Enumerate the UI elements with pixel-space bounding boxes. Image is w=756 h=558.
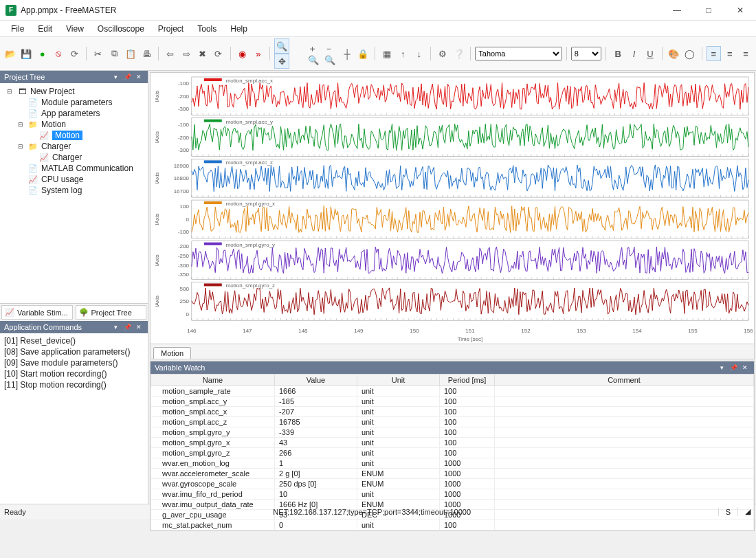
underline-icon[interactable]: U — [643, 46, 657, 61]
help-icon[interactable]: ❔ — [452, 46, 466, 61]
tree-root-item[interactable]: ⊟ 🗔 New Project — [4, 86, 145, 97]
tab-project-tree[interactable]: 🌳Project Tree — [76, 305, 147, 320]
font-size-select[interactable]: 8 — [571, 47, 602, 60]
menu-view[interactable]: View — [59, 23, 91, 35]
close-button[interactable]: ✕ — [724, 0, 756, 21]
menu-file[interactable]: File — [4, 23, 31, 35]
arrow-down-icon[interactable]: ↓ — [412, 46, 426, 61]
save-icon[interactable]: 💾 — [19, 46, 33, 61]
tree-item[interactable]: 📈CPU usage — [15, 174, 145, 185]
collapse-icon[interactable]: ⊟ — [5, 88, 14, 95]
align-center-icon[interactable]: ≡ — [722, 46, 737, 61]
app-command-item[interactable]: [08] Save application parameters() — [4, 346, 144, 357]
table-row[interactable]: motion_smpl.gyro_x43unit100 — [151, 438, 754, 448]
lock-icon[interactable]: 🔒 — [356, 46, 370, 61]
close-icon[interactable]: ✕ — [134, 322, 144, 332]
arrow-up-icon[interactable]: ↑ — [396, 46, 410, 61]
expand-icon[interactable]: ⊟ — [16, 143, 25, 150]
run-icon[interactable]: ● — [35, 46, 49, 61]
copy-icon[interactable]: ⧉ — [107, 46, 122, 61]
font-name-select[interactable]: Tahoma — [475, 47, 562, 60]
table-row[interactable]: wvar.gyroscope_scale250 dps [0]ENUM1000 — [151, 479, 754, 489]
app-command-item[interactable]: [11] Stop motion recording() — [4, 379, 144, 390]
cut-icon[interactable]: ✂ — [91, 46, 105, 61]
column-header[interactable]: Period [ms] — [440, 375, 495, 386]
cell-unit: ENUM — [357, 469, 440, 479]
tree-item[interactable]: 📈Motion — [26, 130, 145, 141]
menu-tools[interactable]: Tools — [190, 23, 223, 35]
tree-item[interactable]: 📄Module parameters — [15, 97, 145, 108]
column-header[interactable]: Unit — [357, 375, 440, 386]
nav-refresh-icon[interactable]: ⟳ — [211, 46, 225, 61]
paste-icon[interactable]: 📋 — [123, 46, 137, 61]
oscilloscope-canvas[interactable]: lAxis-100-200-300motion_smpl.acc_xlAxis-… — [151, 73, 754, 344]
nav-back-icon[interactable]: ⇦ — [163, 46, 177, 61]
scope-tab-motion[interactable]: Motion — [153, 347, 191, 359]
fill-color-icon[interactable]: ◯ — [682, 46, 697, 61]
refresh-icon[interactable]: ⟳ — [67, 46, 82, 61]
pin-icon[interactable]: 📌 — [729, 363, 738, 372]
app-command-item[interactable]: [09] Save module parameters() — [4, 357, 144, 368]
italic-icon[interactable]: I — [627, 46, 641, 61]
tree-item[interactable]: ⊟📁Motion — [15, 119, 145, 130]
tree-item[interactable]: 📈Charger — [26, 152, 145, 163]
table-row[interactable]: mc_stat.packet_num0unit100 — [151, 520, 754, 531]
close-icon[interactable]: ✕ — [134, 72, 144, 82]
tab-variable-stim[interactable]: 📈Variable Stim... — [1, 305, 73, 320]
print-icon[interactable]: 🖶 — [139, 46, 153, 61]
tree-item[interactable]: 📄System log — [15, 185, 145, 196]
app-commands-list[interactable]: [01] Reset_device()[08] Save application… — [0, 333, 148, 504]
app-command-item[interactable]: [01] Reset_device() — [4, 335, 144, 346]
table-row[interactable]: motion_smpl.acc_z16785unit100 — [151, 417, 754, 427]
nav-fwd-icon[interactable]: ⇨ — [179, 46, 193, 61]
dropdown-icon[interactable]: ▾ — [717, 363, 726, 372]
table-row[interactable]: wvar.imu_fifo_rd_period10unit1000 — [151, 489, 754, 500]
grid-icon[interactable]: ▦ — [379, 46, 394, 61]
menu-help[interactable]: Help — [223, 23, 254, 35]
menu-project[interactable]: Project — [151, 23, 190, 35]
app-command-item[interactable]: [10] Start motion recording() — [4, 368, 144, 379]
column-header[interactable]: Value — [275, 375, 357, 386]
align-left-icon[interactable]: ≡ — [707, 46, 721, 61]
table-row[interactable]: motion_smpl.acc_x-207unit100 — [151, 407, 754, 417]
menu-edit[interactable]: Edit — [31, 23, 59, 35]
maximize-button[interactable]: □ — [693, 0, 724, 21]
color-picker-icon[interactable]: 🎨 — [667, 46, 681, 61]
align-right-icon[interactable]: ≡ — [738, 46, 753, 61]
open-icon[interactable]: 📂 — [3, 46, 17, 61]
fast-forward-icon[interactable]: » — [251, 46, 265, 61]
tree-item[interactable]: 📄MATLAB Communication — [15, 163, 145, 174]
pan-tool-icon[interactable]: ✥ — [274, 54, 289, 69]
cursor-icon[interactable]: ┼ — [340, 46, 354, 61]
table-row[interactable]: wvar.accelerometer_scale2 g [0]ENUM1000 — [151, 469, 754, 479]
dropdown-icon[interactable]: ▾ — [111, 322, 120, 332]
nav-stop-icon[interactable]: ✖ — [195, 46, 210, 61]
menu-oscilloscope[interactable]: Oscilloscope — [91, 23, 151, 35]
table-row[interactable]: motion_smpl.acc_y-185unit100 — [151, 397, 754, 407]
resize-grip-icon[interactable]: ◢ — [737, 507, 752, 516]
tree-item[interactable]: ⊟📁Charger — [15, 141, 145, 152]
table-row[interactable]: motion_smpl.gyro_z266unit100 — [151, 448, 754, 458]
close-icon[interactable]: ✕ — [740, 363, 750, 372]
column-header[interactable]: Comment — [495, 375, 754, 386]
pin-icon[interactable]: 📌 — [122, 322, 132, 332]
properties-icon[interactable]: ⚙ — [435, 46, 449, 61]
expand-icon[interactable]: ⊟ — [16, 121, 25, 128]
bold-icon[interactable]: B — [610, 46, 625, 61]
project-tree[interactable]: ⊟ 🗔 New Project 📄Module parameters📄App p… — [0, 83, 148, 303]
svg-text:150: 150 — [410, 328, 419, 334]
stop-icon[interactable]: ⦸ — [51, 46, 65, 61]
table-row[interactable]: motion_smpl.gyro_y-339unit100 — [151, 427, 754, 438]
minimize-button[interactable]: — — [661, 0, 693, 21]
table-row[interactable]: motion_sample_rate1666unit100 — [151, 386, 754, 397]
zoom-tool-icon[interactable]: 🔍 — [274, 38, 289, 54]
table-row[interactable]: wvar.en_motion_log1unit1000 — [151, 458, 754, 469]
zoom-out-icon[interactable]: －🔍 — [324, 46, 338, 61]
zoom-in-icon[interactable]: ＋🔍 — [307, 46, 322, 61]
column-header[interactable]: Name — [151, 375, 275, 386]
tree-root-label: New Project — [30, 87, 75, 96]
tree-item[interactable]: 📄App parameters — [15, 108, 145, 119]
dropdown-icon[interactable]: ▾ — [111, 72, 120, 82]
record-icon[interactable]: ◉ — [235, 46, 249, 61]
pin-icon[interactable]: 📌 — [122, 72, 132, 82]
